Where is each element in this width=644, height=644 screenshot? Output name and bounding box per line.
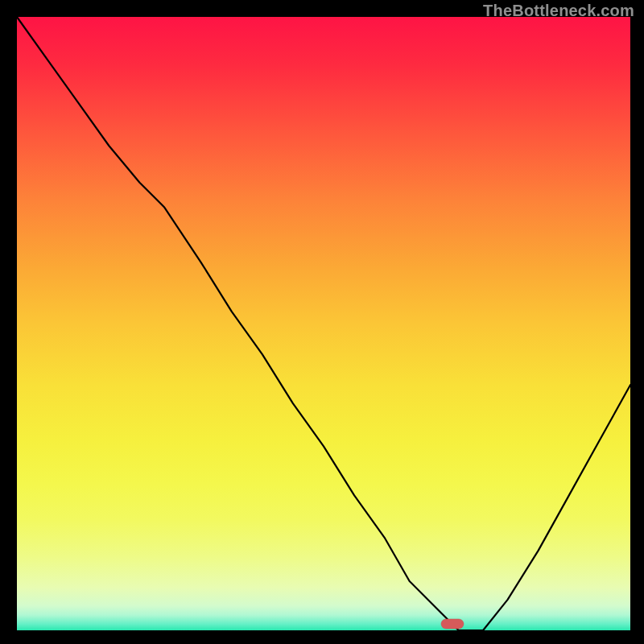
- optimal-point-marker: [441, 619, 464, 629]
- bottleneck-curve: [17, 17, 630, 630]
- plot-area: [17, 17, 630, 630]
- chart-frame: TheBottleneck.com: [0, 0, 644, 644]
- chart-svg: [17, 17, 630, 630]
